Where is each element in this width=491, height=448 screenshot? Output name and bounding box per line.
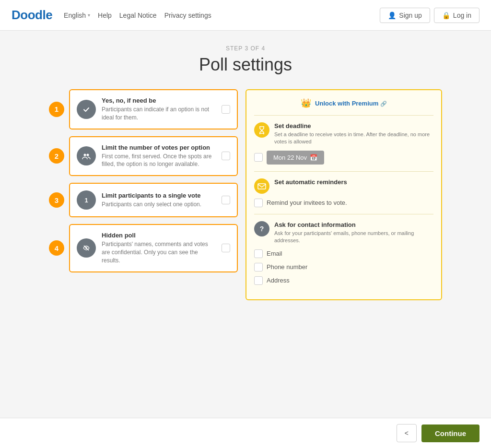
option-4-text: Hidden poll Participants' names, comment… [102,232,216,264]
signup-button[interactable]: 👤 Sign up [380,8,430,23]
main-content: STEP 3 OF 4 Poll settings 1 Yes, no, if … [39,31,452,339]
logo: Doodle [12,8,52,23]
login-button[interactable]: 🔒 Log in [434,8,479,23]
date-value: Mon 22 Nov [273,154,307,161]
option-1-desc: Participants can indicate if an option i… [102,106,216,122]
deadline-checkbox[interactable] [254,153,263,162]
contact-address-row: Address [254,276,433,285]
option-2-checkbox[interactable] [222,152,230,160]
contact-address-checkbox[interactable] [254,276,263,285]
nav-links: English ▾ Help Legal Notice Privacy sett… [64,12,211,19]
option-4-desc: Participants' names, comments and votes … [102,240,216,264]
contact-email-checkbox[interactable] [254,249,263,258]
page-title: Poll settings [49,55,442,75]
reminders-text: Set automatic reminders [274,178,347,187]
option-icon-4 [77,238,96,258]
option-3-title: Limit participants to a single vote [102,192,216,199]
option-3-text: Limit participants to a single vote Part… [102,192,216,209]
language-selector[interactable]: English ▾ [64,12,90,19]
svg-point-0 [81,104,92,115]
hourglass-icon [257,126,266,134]
option-4-title: Hidden poll [102,232,216,239]
contact-icon: ? [254,221,269,236]
option-icon-2 [77,146,96,165]
option-2-wrapper: 2 Limit the number of votes per option [49,136,238,177]
deadline-title: Set deadline [274,122,433,130]
options-column: 1 Yes, no, if need be Participants can i… [49,89,246,300]
option-card-3: 1 Limit participants to a single vote Pa… [69,183,238,217]
contact-title: Ask for contact information [274,221,433,228]
reminder-checkbox[interactable] [254,199,263,207]
svg-point-2 [84,154,86,156]
reminders-section: Set automatic reminders Remind your invi… [254,171,433,214]
premium-link-text: Unlock with Premium [315,100,378,107]
option-card-1: Yes, no, if need be Participants can ind… [69,89,238,130]
checkmark-icon [81,104,92,115]
lock-icon: 🔒 [442,12,450,19]
contact-email-row: Email [254,249,433,258]
premium-link[interactable]: Unlock with Premium 🔗 [315,100,387,107]
option-2-desc: First come, first served. Once the spots… [102,153,216,169]
header-right: 👤 Sign up 🔒 Log in [380,8,479,23]
date-input-row: Mon 22 Nov 📅 [254,151,433,165]
reminders-header: Set automatic reminders [254,178,433,194]
reminders-icon [254,178,269,194]
deadline-text: Set deadline Set a deadline to receive v… [274,122,433,146]
reminder-label: Remind your invitees to vote. [267,199,347,206]
option-icon-3: 1 [77,190,96,210]
crown-icon: 👑 [301,98,311,108]
nav-help[interactable]: Help [98,12,112,19]
option-2-text: Limit the number of votes per option Fir… [102,144,216,169]
login-label: Log in [453,12,471,19]
option-icon-1 [77,100,96,119]
option-2-title: Limit the number of votes per option [102,144,216,151]
svg-point-3 [87,154,89,156]
reminders-title: Set automatic reminders [274,178,347,186]
contact-address-label: Address [267,277,290,284]
step-label: STEP 3 OF 4 [49,45,442,52]
option-1-wrapper: 1 Yes, no, if need be Participants can i… [49,89,238,130]
signup-label: Sign up [399,12,421,19]
content-grid: 1 Yes, no, if need be Participants can i… [49,89,442,300]
svg-point-1 [81,151,92,161]
svg-rect-9 [258,184,266,189]
contact-email-label: Email [267,250,282,257]
option-4-wrapper: 4 Hidden poll Participants' names, comme… [49,224,238,272]
chevron-down-icon: ▾ [88,12,90,18]
svg-text:1: 1 [84,197,88,204]
date-picker-button[interactable]: Mon 22 Nov 📅 [267,151,324,165]
contact-phone-row: Phone number [254,263,433,271]
premium-header: 👑 Unlock with Premium 🔗 [254,98,433,108]
option-3-wrapper: 3 1 Limit participants to a single vote … [49,183,238,217]
header: Doodle English ▾ Help Legal Notice Priva… [0,0,491,31]
email-icon [257,182,266,190]
option-card-4: Hidden poll Participants' names, comment… [69,224,238,272]
nav-privacy-settings[interactable]: Privacy settings [164,12,211,19]
reminder-row: Remind your invitees to vote. [254,199,433,207]
option-3-checkbox[interactable] [222,196,230,204]
option-1-checkbox[interactable] [222,105,230,114]
option-4-checkbox[interactable] [222,244,230,252]
option-1-title: Yes, no, if need be [102,97,216,104]
nav-legal-notice[interactable]: Legal Notice [119,12,157,19]
deadline-section: Set deadline Set a deadline to receive v… [254,115,433,171]
option-card-2: Limit the number of votes per option Fir… [69,136,238,177]
contact-section: ? Ask for contact information Ask for yo… [254,214,433,292]
external-link-icon: 🔗 [380,101,387,106]
contact-phone-checkbox[interactable] [254,263,263,271]
hidden-eye-icon [81,243,92,253]
premium-column: 👑 Unlock with Premium 🔗 Set deadline [246,89,442,300]
option-3-desc: Participants can only select one option. [102,200,216,209]
calendar-icon: 📅 [310,154,317,161]
step-badge-3: 3 [49,192,64,208]
contact-checkboxes: Email Phone number Address [254,249,433,285]
number-one-icon: 1 [81,195,92,205]
user-icon: 👤 [388,12,396,19]
contact-text: Ask for contact information Ask for your… [274,221,433,245]
contact-phone-label: Phone number [267,263,307,271]
deadline-icon [254,122,269,138]
deadline-desc: Set a deadline to receive votes in time.… [274,131,433,146]
option-1-text: Yes, no, if need be Participants can ind… [102,97,216,122]
step-badge-2: 2 [49,148,64,164]
contact-desc: Ask for your participants' emails, phone… [274,230,433,245]
